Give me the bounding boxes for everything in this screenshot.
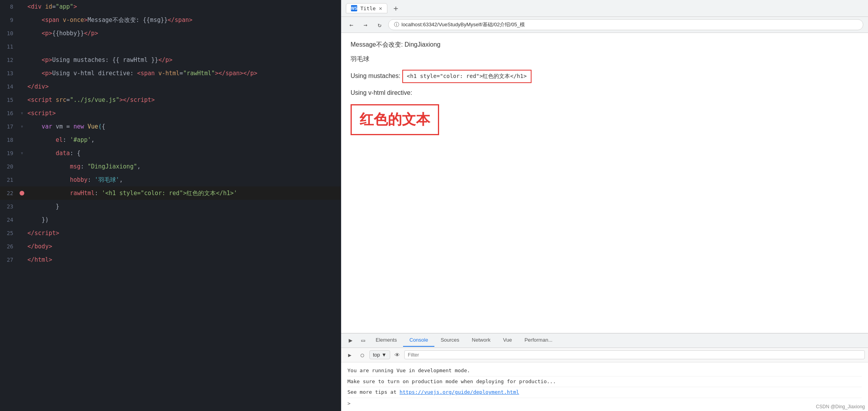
code-line-13: 13 <p>Using v-html directive: <span v-ht… xyxy=(0,67,341,80)
address-bar-row: ← → ↻ ⓘ localhost:63342/VueStudyByMyself… xyxy=(341,17,868,33)
reload-button[interactable]: ↻ xyxy=(374,19,385,30)
code-line-9: 9 <span v-once>Message不会改变: {{msg}}</spa… xyxy=(0,13,341,27)
devtools-panel: ▶ ▭ Elements Console Sources Network Vue… xyxy=(341,333,868,411)
tab-favicon: WS xyxy=(351,5,357,11)
eye-icon[interactable]: 👁 xyxy=(392,349,403,360)
line-number: 27 xyxy=(3,253,18,266)
code-line-18: 18 el: '#app', xyxy=(0,133,341,147)
tab-title: Title xyxy=(360,5,376,11)
code-line-17: 17▿ var vm = new Vue({ xyxy=(0,120,341,133)
line-content: <script> xyxy=(26,107,341,120)
code-line-26: 26</body> xyxy=(0,240,341,253)
devtools-tab-bar: ▶ ▭ Elements Console Sources Network Vue… xyxy=(341,333,868,348)
line-number: 14 xyxy=(3,80,18,93)
line-content: var vm = new Vue({ xyxy=(26,120,341,133)
line-gutter: ▿ xyxy=(18,120,26,133)
line-number: 25 xyxy=(3,226,18,240)
browser-tab[interactable]: WS Title ✕ xyxy=(346,3,387,13)
line-number: 20 xyxy=(3,160,18,173)
tab-sources[interactable]: Sources xyxy=(434,334,466,347)
code-line-19: 19▿ data: { xyxy=(0,147,341,160)
code-line-23: 23 } xyxy=(0,200,341,213)
line-content: }) xyxy=(26,213,341,226)
console-log-1: You are running Vue in development mode. xyxy=(347,366,862,377)
vhtml-result: 红色的文本 xyxy=(351,104,439,135)
line-content: <script src="../js/vue.js"></script> xyxy=(26,93,341,107)
message-line: Message不会改变: DingJiaxiong xyxy=(351,41,859,49)
line-content: <p>Using mustaches: {{ rawHtml }}</p> xyxy=(26,53,341,67)
code-line-14: 14</div> xyxy=(0,80,341,93)
line-content: hobby: '羽毛球', xyxy=(26,173,341,186)
breakpoint-indicator xyxy=(20,191,24,196)
tab-vue[interactable]: Vue xyxy=(497,334,518,347)
clear-console-button[interactable]: ▶ xyxy=(344,349,355,360)
browser-panel: WS Title ✕ + ← → ↻ ⓘ localhost:63342/Vue… xyxy=(341,0,868,411)
line-number: 18 xyxy=(3,133,18,147)
line-number: 17 xyxy=(3,120,18,133)
line-content: </script> xyxy=(26,226,341,240)
line-content: msg: "DingJiaxiong", xyxy=(26,160,341,173)
line-number: 9 xyxy=(3,13,18,27)
console-log-2: Make sure to turn on production mode whe… xyxy=(347,377,862,387)
line-content: <div id="app"> xyxy=(26,0,341,13)
console-log-3: See more tips at https://vuejs.org/guide… xyxy=(347,387,862,398)
line-content: } xyxy=(26,200,341,213)
tab-console[interactable]: Console xyxy=(403,334,434,347)
line-number: 22 xyxy=(3,186,18,200)
fold-icon[interactable]: ▿ xyxy=(20,120,23,133)
line-number: 15 xyxy=(3,93,18,107)
line-content: </html> xyxy=(26,253,341,266)
line-content: <span v-once>Message不会改变: {{msg}}</span> xyxy=(26,13,341,27)
line-number: 23 xyxy=(3,200,18,213)
vhtml-label: Using v-html directive: xyxy=(351,89,859,96)
code-line-22: 22 rawHtml: '<h1 style="color: red">红色的文… xyxy=(0,186,341,200)
code-line-27: 27</html> xyxy=(0,253,341,266)
tab-elements[interactable]: Elements xyxy=(369,334,403,347)
address-bar[interactable]: ⓘ localhost:63342/VueStudyByMyself/基础/02… xyxy=(388,19,863,30)
context-selector[interactable]: top ▼ xyxy=(369,350,390,359)
line-number: 26 xyxy=(3,240,18,253)
tab-close-button[interactable]: ✕ xyxy=(379,5,382,11)
console-filter-input[interactable] xyxy=(404,350,865,359)
code-line-20: 20 msg: "DingJiaxiong", xyxy=(0,160,341,173)
line-content: <p>Using v-html directive: <span v-html=… xyxy=(26,67,341,80)
raw-html-display: <h1 style="color: red">红色的文本</h1> xyxy=(402,70,532,83)
device-icon[interactable]: ▭ xyxy=(357,333,369,348)
browser-tab-bar: WS Title ✕ + xyxy=(341,0,868,17)
line-number: 10 xyxy=(3,27,18,40)
console-prompt[interactable]: > xyxy=(347,398,862,408)
code-line-24: 24 }) xyxy=(0,213,341,226)
code-line-12: 12 <p>Using mustaches: {{ rawHtml }}</p> xyxy=(0,53,341,67)
fold-icon[interactable]: ▿ xyxy=(20,147,23,160)
deployment-link[interactable]: https://vuejs.org/guide/deployment.html xyxy=(400,389,519,395)
console-output: You are running Vue in development mode.… xyxy=(341,362,868,411)
block-icon[interactable]: ◯ xyxy=(357,349,368,360)
code-line-25: 25</script> xyxy=(0,226,341,240)
line-gutter: ▿ xyxy=(18,147,26,160)
tab-performance[interactable]: Performan... xyxy=(518,334,559,347)
line-number: 21 xyxy=(3,173,18,186)
red-text-heading: 红色的文本 xyxy=(360,111,430,127)
line-content: </div> xyxy=(26,80,341,93)
line-number: 16 xyxy=(3,107,18,120)
address-text: localhost:63342/VueStudyByMyself/基础/02介绍… xyxy=(401,21,525,28)
code-line-21: 21 hobby: '羽毛球', xyxy=(0,173,341,186)
forward-button[interactable]: → xyxy=(360,19,371,30)
hobby-line: 羽毛球 xyxy=(351,55,859,63)
tab-network[interactable]: Network xyxy=(466,334,497,347)
code-line-8: 8<div id="app"> xyxy=(0,0,341,13)
line-gutter xyxy=(18,191,26,196)
new-tab-button[interactable]: + xyxy=(391,4,401,13)
line-content: <p>{{hobby}}</p> xyxy=(26,27,341,40)
back-button[interactable]: ← xyxy=(346,19,357,30)
inspector-icon[interactable]: ▶ xyxy=(344,333,357,348)
fold-icon[interactable]: ▿ xyxy=(20,107,23,120)
code-line-11: 11 xyxy=(0,40,341,53)
line-content: data: { xyxy=(26,147,341,160)
code-line-10: 10 <p>{{hobby}}</p> xyxy=(0,27,341,40)
context-label: top xyxy=(373,352,380,358)
code-line-15: 15<script src="../js/vue.js"></script> xyxy=(0,93,341,107)
page-content: Message不会改变: DingJiaxiong 羽毛球 Using must… xyxy=(341,33,868,333)
mustaches-line: Using mustaches: <h1 style="color: red">… xyxy=(351,70,859,83)
watermark: CSDN @Ding_Jiaxiong xyxy=(816,404,865,409)
